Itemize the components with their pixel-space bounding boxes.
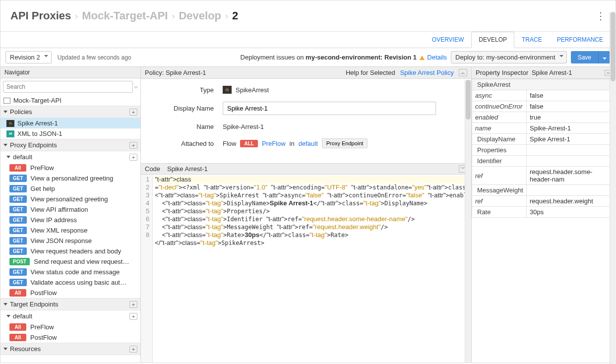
add-flow-button[interactable]: + (129, 313, 137, 320)
method-badge: GET (9, 216, 27, 224)
property-row[interactable]: nameSpike-Arrest-1 (472, 123, 616, 134)
vertical-scrollbar[interactable] (610, 67, 616, 363)
preflow-link[interactable]: PreFlow (262, 140, 286, 147)
collapse-nav-icon[interactable]: ‹‹ (134, 84, 138, 90)
help-link[interactable]: Spike Arrest Policy (400, 69, 454, 76)
property-row[interactable]: Rate30ps (472, 207, 616, 218)
flow-item[interactable]: AllPostFlow (0, 332, 140, 343)
chevron-down-icon (3, 348, 7, 350)
flow-label: PostFlow (30, 334, 57, 341)
name-value: Spike-Arrest-1 (223, 123, 264, 130)
flow-label: Get help (31, 185, 55, 192)
flow-item[interactable]: GETView status code and message (0, 267, 140, 277)
add-target-endpoint-button[interactable]: + (129, 301, 137, 308)
property-row[interactable]: Properties (472, 145, 616, 156)
breadcrumb-root[interactable]: API Proxies (10, 9, 71, 22)
property-row[interactable]: refrequest.header.some-header-nam (472, 167, 616, 185)
add-policy-button[interactable]: + (129, 109, 137, 116)
spike-arrest-icon: ılı (223, 86, 232, 94)
flow-item[interactable]: AllPreFlow (0, 322, 140, 332)
policy-item[interactable]: ılıSpike Arrest-1 (0, 118, 140, 128)
flow-item[interactable]: POSTSend request and view request… (0, 256, 140, 267)
tab-develop[interactable]: DEVELOP (471, 32, 514, 48)
chevron-down-icon (6, 156, 10, 158)
section-resources[interactable]: Resources+ (0, 343, 140, 355)
flow-item[interactable]: AllPreFlow (0, 163, 140, 173)
navigator-panel: Navigator ‹‹ Mock-Target-API Policies+ ı… (0, 67, 141, 363)
flow-item[interactable]: AllPostFlow (0, 288, 140, 298)
save-dropdown[interactable] (598, 51, 611, 63)
vertical-scrollbar[interactable] (465, 80, 471, 363)
flow-item[interactable]: GETView a personalized greeting (0, 173, 140, 183)
chevron-down-icon (3, 111, 7, 113)
chevron-down-icon (6, 315, 10, 317)
property-inspector: Property Inspector Spike Arrest-1 ›› Spi… (472, 67, 616, 363)
revision-select[interactable]: Revision 2 (5, 51, 52, 63)
details-link[interactable]: Details (427, 54, 447, 61)
flow-item[interactable]: GETValidate access using basic aut… (0, 277, 140, 288)
default-link[interactable]: default (299, 140, 318, 147)
method-badge: GET (9, 279, 27, 286)
flow-label: View JSON response (31, 237, 92, 244)
flow-item[interactable]: GETView API affirmation (0, 204, 140, 215)
property-row[interactable]: enabledtrue (472, 112, 616, 123)
all-badge: ALL (240, 140, 257, 147)
code-editor[interactable]: 12345678 "t-attr">class="t-decl"><?xml "… (141, 175, 471, 363)
add-flow-button[interactable]: + (129, 154, 137, 161)
flow-label: Validate access using basic aut… (31, 279, 126, 286)
kebab-menu-icon[interactable]: ⋮ (596, 10, 606, 22)
inspector-root: SpikeArrest (472, 79, 616, 90)
property-row[interactable]: Identifier (472, 156, 616, 167)
display-name-label: Display Name (151, 105, 223, 112)
target-endpoint-default[interactable]: default+ (0, 310, 140, 322)
section-proxy-endpoints[interactable]: Proxy Endpoints+ (0, 139, 140, 151)
add-proxy-endpoint-button[interactable]: + (129, 142, 137, 149)
display-name-input[interactable] (223, 102, 436, 115)
method-badge: GET (9, 227, 27, 234)
method-badge: GET (9, 268, 27, 276)
xml-to-json-icon: ⇄ (6, 130, 14, 137)
flow-label: PreFlow (30, 164, 54, 172)
flow-item[interactable]: GETView JSON response (0, 236, 140, 246)
property-row[interactable]: DisplayNameSpike Arrest-1 (472, 134, 616, 145)
help-label: Help for Selected (346, 69, 395, 76)
collapse-panel-icon[interactable]: ︽ (459, 69, 467, 76)
flow-item[interactable]: GETGet help (0, 183, 140, 194)
add-resource-button[interactable]: + (129, 346, 137, 353)
save-button[interactable]: Save (571, 51, 598, 63)
section-target-endpoints[interactable]: Target Endpoints+ (0, 298, 140, 310)
property-row[interactable]: MessageWeight (472, 185, 616, 196)
flow-item[interactable]: GETView XML response (0, 225, 140, 236)
proxy-endpoint-button[interactable]: Proxy Endpoint (322, 138, 368, 148)
flow-label: View a personalized greeting (31, 175, 114, 182)
deploy-select[interactable]: Deploy to: my-second-environment (451, 51, 567, 63)
method-badge: All (9, 164, 26, 172)
flow-label: Flow (223, 140, 236, 147)
flow-item[interactable]: GETView IP address (0, 215, 140, 225)
warning-icon (420, 56, 425, 60)
flow-label: PostFlow (30, 289, 57, 297)
search-input[interactable] (3, 81, 133, 93)
name-label: Name (151, 123, 223, 130)
policy-item[interactable]: ⇄XML to JSON-1 (0, 128, 140, 139)
tab-performance[interactable]: PERFORMANCE (550, 32, 611, 48)
deployment-issues: Deployment issues on my-second-environme… (241, 54, 447, 61)
property-row[interactable]: refrequest.header.weight (472, 196, 616, 207)
tree-root[interactable]: Mock-Target-API (0, 95, 140, 106)
chevron-down-icon (44, 55, 48, 57)
tab-trace[interactable]: TRACE (514, 32, 550, 48)
scrollbar-thumb[interactable] (466, 80, 471, 120)
breadcrumb-section[interactable]: Develop (179, 9, 221, 22)
flow-item[interactable]: GETView personalized greeting (0, 194, 140, 204)
flow-label: View XML response (31, 227, 88, 234)
property-row[interactable]: continueOnErrorfalse (472, 101, 616, 112)
breadcrumb-proxy[interactable]: Mock-Target-API (82, 9, 168, 22)
proxy-endpoint-default[interactable]: default+ (0, 151, 140, 163)
scrollbar-thumb[interactable] (611, 67, 616, 81)
method-badge: POST (9, 258, 30, 265)
section-policies[interactable]: Policies+ (0, 106, 140, 118)
tab-overview[interactable]: OVERVIEW (425, 32, 471, 48)
flow-item[interactable]: GETView request headers and body (0, 246, 140, 256)
navigator-header: Navigator (0, 67, 140, 78)
property-row[interactable]: asyncfalse (472, 90, 616, 101)
